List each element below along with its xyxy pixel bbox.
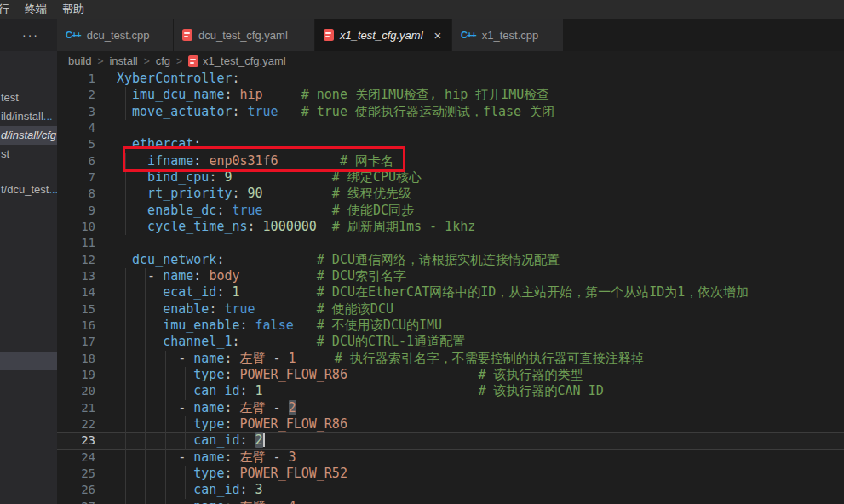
code-line-content[interactable]: can_id: 1 # 该执行器的CAN ID xyxy=(111,383,844,399)
code-line-content[interactable]: channel_1: # DCU的CTRL-1通道配置 xyxy=(111,334,844,350)
code-line-content[interactable]: type: POWER_FLOW_R86 xyxy=(111,416,844,432)
code-line-content[interactable]: move_actuator: true # true 使能执行器运动测试，fla… xyxy=(111,104,844,120)
code-line: 17 channel_1: # DCU的CTRL-1通道配置 xyxy=(57,334,844,350)
code-line-content[interactable]: enable: true # 使能该DCU xyxy=(111,301,844,318)
code-line-content[interactable]: rt_priority: 90 # 线程优先级 xyxy=(111,186,844,202)
tab-dcu_test_cfg.yaml[interactable]: dcu_test_cfg.yaml xyxy=(174,19,314,51)
indent-guide xyxy=(145,482,146,498)
sidebar-item-ild/install[interactable]: ild/install... xyxy=(0,107,57,126)
code-token: name xyxy=(193,351,224,366)
sidebar-item-empty-5[interactable] xyxy=(0,352,57,370)
tab-label: dcu_test_cfg.yaml xyxy=(198,29,288,42)
code-line-content[interactable]: ethercat: xyxy=(111,136,844,152)
gutter-line-number: 6 xyxy=(57,153,111,169)
indent-guide xyxy=(125,482,126,498)
code-line: 4 xyxy=(57,120,844,136)
code-token: # 使能DC同步 xyxy=(263,203,414,218)
code-line-content[interactable] xyxy=(111,235,844,251)
gutter-line-number: 2 xyxy=(57,87,111,103)
code-token: type xyxy=(117,416,224,432)
indent-guide xyxy=(125,334,126,350)
code-line-content[interactable]: - name: 左臂 - 1 # 执行器索引名字，不需要控制的执行器可直接注释掉 xyxy=(111,351,844,367)
code-token: # none 关闭IMU检查, hip 打开IMU检查 xyxy=(263,87,550,102)
indent-guide xyxy=(125,400,126,416)
code-token: body xyxy=(209,268,239,284)
code-token: 90 xyxy=(248,186,263,201)
code-token: imu_dcu_name xyxy=(117,87,224,102)
code-line-content[interactable]: imu_dcu_name: hip # none 关闭IMU检查, hip 打开… xyxy=(111,87,844,103)
gutter-line-number: 20 xyxy=(57,383,111,399)
code-line-content[interactable]: ecat_id: 1 # DCU在EtherCAT网络中的ID，从主站开始，第一… xyxy=(111,284,844,301)
tab-x1_test_cfg.yaml[interactable]: x1_test_cfg.yaml× xyxy=(315,19,451,51)
code-line-content[interactable] xyxy=(111,120,844,136)
menu-item-2[interactable]: 帮助 xyxy=(55,0,92,19)
code-line-content[interactable]: - name: 左臂 - 2 xyxy=(111,400,844,416)
code-line-content[interactable]: type: POWER_FLOW_R52 xyxy=(111,466,844,482)
code-line-content[interactable]: cycle_time_ns: 1000000 # 刷新周期1ms - 1khz xyxy=(111,219,844,235)
code-line-content[interactable]: bind_cpu: 9 # 绑定CPU核心 xyxy=(111,169,844,186)
code-token: 左臂 xyxy=(240,450,266,465)
code-token: : xyxy=(209,169,224,185)
code-editor[interactable]: 1XyberController:2 imu_dcu_name: hip # n… xyxy=(57,71,844,504)
tab-dcu_test.cpp[interactable]: C++dcu_test.cpp xyxy=(57,19,173,51)
code-line-content[interactable]: dcu_network: # DCU通信网络，请根据实机连接情况配置 xyxy=(111,252,844,268)
code-line-content[interactable]: - name: body # DCU索引名字 xyxy=(111,268,844,284)
code-line: 21 - name: 左臂 - 2 xyxy=(57,400,844,416)
breadcrumb-item-build[interactable]: build xyxy=(68,54,91,67)
indent-guide xyxy=(125,318,126,334)
code-token: POWER_FLOW_R86 xyxy=(240,367,347,382)
code-token: cycle_time_ns xyxy=(117,219,248,234)
code-token: name xyxy=(163,268,193,284)
code-token: enable_dc xyxy=(117,203,216,218)
code-line: 13 - name: body # DCU索引名字 xyxy=(57,268,844,284)
code-line-content[interactable]: - name: 左臂 - 3 xyxy=(111,450,844,466)
indent-guide xyxy=(125,219,126,235)
gutter-line-number: 12 xyxy=(57,252,111,268)
breadcrumb-file[interactable]: x1_test_cfg.yaml xyxy=(188,54,286,67)
yaml-file-icon xyxy=(182,29,192,41)
indent-guide xyxy=(185,482,186,498)
code-line-content[interactable]: can_id: 3 xyxy=(111,482,844,498)
code-token: # 线程优先级 xyxy=(263,186,411,201)
breadcrumb-separator: > xyxy=(97,55,103,67)
code-line-content[interactable]: ifname: enp0s31f6 # 网卡名 xyxy=(111,153,844,169)
code-token: # DCU的CTRL-1通道配置 xyxy=(240,334,466,349)
code-line-content[interactable]: - name: 左臂 - 4 xyxy=(111,499,844,504)
code-line-content[interactable]: can_id: 2 xyxy=(111,432,844,449)
indent-guide xyxy=(145,334,146,350)
indent-guide xyxy=(165,400,166,416)
code-token: - xyxy=(266,400,289,415)
menu-item-1[interactable]: 终端 xyxy=(17,0,55,19)
code-token: move_actuator xyxy=(117,104,232,119)
cpp-file-icon: C++ xyxy=(66,30,81,40)
code-token: channel_1 xyxy=(117,334,232,349)
tab-label: dcu_test.cpp xyxy=(87,29,150,42)
code-token: name xyxy=(193,450,224,465)
code-line-content[interactable]: imu_enable: false # 不使用该DCU的IMU xyxy=(111,318,844,334)
code-token: : xyxy=(224,400,239,415)
breadcrumb-item-install[interactable]: install xyxy=(109,54,137,67)
code-token: 1000000 xyxy=(263,219,317,234)
tab-close-icon[interactable]: × xyxy=(434,29,442,42)
sidebar-item-d/install/cfg[interactable]: d/install/cfg xyxy=(0,126,57,145)
sidebar-item-t/dcu_test[interactable]: t/dcu_test... xyxy=(0,180,57,199)
code-token: - xyxy=(266,450,289,465)
indent-guide xyxy=(125,466,126,482)
sidebar-item-label: st xyxy=(1,147,9,160)
menu-item-0[interactable]: 行 xyxy=(0,0,17,19)
indent-guide xyxy=(165,432,166,449)
tab-x1_test.cpp[interactable]: C++x1_test.cpp xyxy=(452,19,563,51)
code-line-content[interactable]: XyberController: xyxy=(111,71,844,87)
code-token: true xyxy=(232,203,262,218)
code-token: false xyxy=(255,318,294,333)
code-line-content[interactable]: type: POWER_FLOW_R86 # 该执行器的类型 xyxy=(111,367,844,383)
code-line-content[interactable]: enable_dc: true # 使能DC同步 xyxy=(111,203,844,219)
indent-guide xyxy=(125,268,126,284)
breadcrumb-separator: > xyxy=(144,55,150,67)
sidebar-item-st[interactable]: st xyxy=(0,145,57,163)
indent-guide xyxy=(145,284,146,301)
sidebar-item-test[interactable]: test xyxy=(0,89,57,107)
breadcrumb-item-cfg[interactable]: cfg xyxy=(156,54,170,67)
yaml-file-icon xyxy=(188,55,198,67)
more-actions-icon[interactable]: ··· xyxy=(22,26,39,44)
